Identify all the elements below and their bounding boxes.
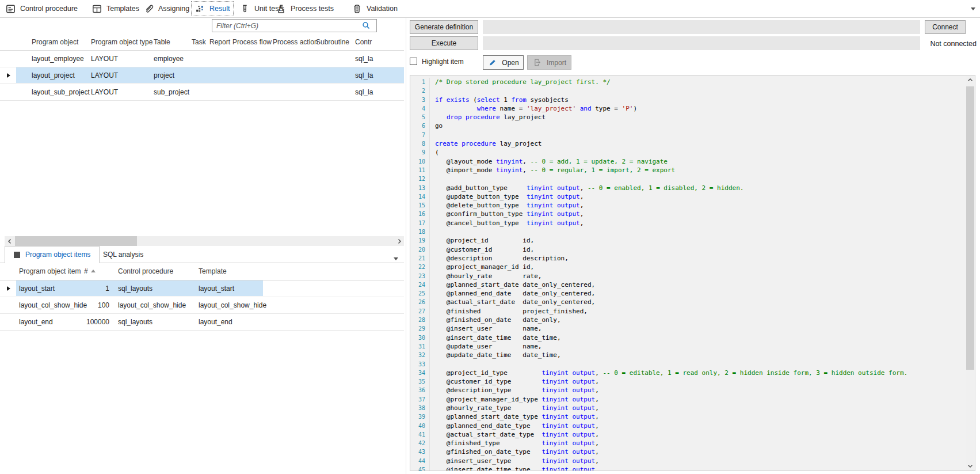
code-line: 12	[410, 175, 965, 183]
line-number: 13	[410, 184, 430, 192]
cell: sql_la	[355, 71, 373, 79]
table-row[interactable]: layout_end100000sql_layoutslayout_end	[0, 314, 404, 331]
cell: sql_layouts	[118, 318, 152, 326]
cell: 100000	[52, 318, 109, 326]
line-number: 43	[410, 448, 430, 456]
generate-definition-button[interactable]: Generate definition	[410, 20, 478, 34]
app-window: Control procedure Templates Assigning Re…	[0, 0, 980, 474]
scroll-left-button[interactable]	[5, 236, 14, 246]
tab-result[interactable]: Result	[191, 1, 234, 16]
line-number: 21	[410, 254, 430, 263]
execute-button[interactable]: Execute	[410, 36, 478, 50]
code-line: 27 @finished project_finished,	[410, 307, 965, 316]
code-line: 26 @actual_start_date date_only_centered…	[410, 298, 965, 306]
tab-validation[interactable]: Validation	[349, 0, 401, 17]
line-number: 35	[410, 377, 430, 386]
table-row[interactable]: layout_projectLAYOUTprojectsql_la	[0, 67, 404, 84]
scrollbar-thumb[interactable]	[15, 236, 137, 246]
tab-templates[interactable]: Templates	[89, 0, 143, 17]
table-row[interactable]: layout_col_show_hide100layout_col_show_h…	[0, 297, 404, 314]
tab-control-procedure[interactable]: Control procedure	[2, 0, 81, 17]
code-line: 7	[410, 131, 965, 139]
chevron-right-icon	[397, 238, 402, 244]
line-number: 36	[410, 386, 430, 395]
code-line: 20 @customer_id id,	[410, 245, 965, 254]
table-row[interactable]: layout_employeeLAYOUTemployeesql_la	[0, 51, 404, 67]
code-editor[interactable]: 1/* Drop stored procedure lay_project fi…	[410, 75, 975, 471]
connect-button[interactable]: Connect	[925, 20, 966, 34]
table-row[interactable]: layout_sub_projectLAYOUTsub_projectsql_l…	[0, 84, 404, 101]
scroll-up-button[interactable]	[966, 75, 975, 85]
line-number: 11	[410, 166, 430, 175]
toolbar-overflow-button[interactable]	[971, 7, 975, 10]
scroll-down-button[interactable]	[966, 461, 975, 471]
code-line: 8create procedure lay_project	[410, 139, 965, 148]
scrollbar-thumb[interactable]	[966, 86, 974, 370]
column-header[interactable]: #	[84, 267, 96, 275]
import-button[interactable]: Import	[527, 55, 571, 70]
code-line: 44 @insert_user_type tinyint output,	[410, 457, 965, 465]
horizontal-scrollbar[interactable]	[5, 236, 404, 246]
generate-progress-bar	[483, 20, 920, 34]
column-header[interactable]: Process flow	[232, 38, 272, 46]
chevron-down-icon	[967, 464, 973, 468]
column-header[interactable]: Template	[199, 267, 227, 275]
cell: 100	[52, 301, 109, 309]
column-header[interactable]: Process action	[273, 38, 318, 46]
code-line: 10 @layout_mode tinyint, -- 0 = add, 1 =…	[410, 157, 965, 166]
column-header[interactable]: Contr	[355, 38, 372, 46]
line-number: 3	[410, 96, 430, 104]
tab-assigning[interactable]: Assigning	[140, 0, 193, 17]
line-number: 44	[410, 457, 430, 465]
code-line: 15 @delete_button_type tinyint output,	[410, 201, 965, 210]
line-number: 37	[410, 395, 430, 404]
cell: LAYOUT	[91, 71, 118, 79]
chevron-left-icon	[7, 238, 12, 244]
column-header[interactable]: Control procedure	[118, 267, 173, 275]
cell: layout_end	[19, 318, 53, 326]
column-header[interactable]: Subroutine	[316, 38, 349, 46]
column-header[interactable]: Report	[209, 38, 230, 46]
tab-process-tests[interactable]: Process tests	[273, 0, 337, 17]
line-number: 24	[410, 280, 430, 289]
table-row[interactable]: layout_start1sql_layoutslayout_start	[0, 280, 404, 297]
line-number: 2	[410, 86, 430, 95]
scroll-right-button[interactable]	[394, 236, 404, 246]
open-button[interactable]: Open	[483, 55, 524, 70]
column-header[interactable]: Table	[154, 38, 170, 46]
import-icon	[532, 58, 542, 67]
code-line: 45 @insert_date_time_type tinyint output…	[410, 465, 965, 471]
column-header[interactable]: Program object item	[19, 267, 81, 275]
code-line: 3if exists (select 1 from sysobjects	[410, 96, 965, 104]
tab-program-object-items[interactable]: Program object items	[5, 246, 100, 263]
line-number: 5	[410, 113, 430, 122]
line-number: 1	[410, 78, 430, 86]
filter-input[interactable]	[212, 19, 377, 32]
vertical-scrollbar[interactable]	[966, 75, 975, 471]
code-line: 31 @update_user name,	[410, 342, 965, 351]
line-number: 25	[410, 289, 430, 298]
row-marker-icon	[7, 73, 10, 78]
column-header[interactable]: Program object type	[91, 38, 152, 46]
test-tube-icon	[240, 4, 250, 14]
column-header[interactable]: Program object	[32, 38, 78, 46]
highlight-item-checkbox[interactable]	[410, 58, 417, 65]
column-header[interactable]: Task	[192, 38, 206, 46]
control-procedure-icon	[6, 4, 16, 14]
line-number: 40	[410, 422, 430, 430]
code-line: 36 @description_type tinyint output,	[410, 386, 965, 395]
objects-grid-body: layout_employeeLAYOUTemployeesql_lalayou…	[0, 51, 404, 101]
cell: sql_la	[355, 88, 373, 96]
code-line: 37 @project_manager_id_type tinyint outp…	[410, 395, 965, 404]
code-line: 16 @confirm_button_type tinyint output,	[410, 210, 965, 218]
tab-list-dropdown[interactable]	[394, 257, 398, 260]
line-number: 26	[410, 298, 430, 306]
code-line: 34 @project_id_type tinyint output, -- 0…	[410, 369, 965, 377]
code-line: 21 @description description,	[410, 254, 965, 263]
cell: 1	[52, 285, 109, 293]
code-line: 35 @customer_id_type tinyint output,	[410, 377, 965, 386]
code-line: 5 drop procedure lay_project	[410, 113, 965, 122]
result-scatter-icon	[195, 4, 205, 14]
traffic-light-icon	[352, 4, 362, 14]
line-number: 28	[410, 316, 430, 324]
